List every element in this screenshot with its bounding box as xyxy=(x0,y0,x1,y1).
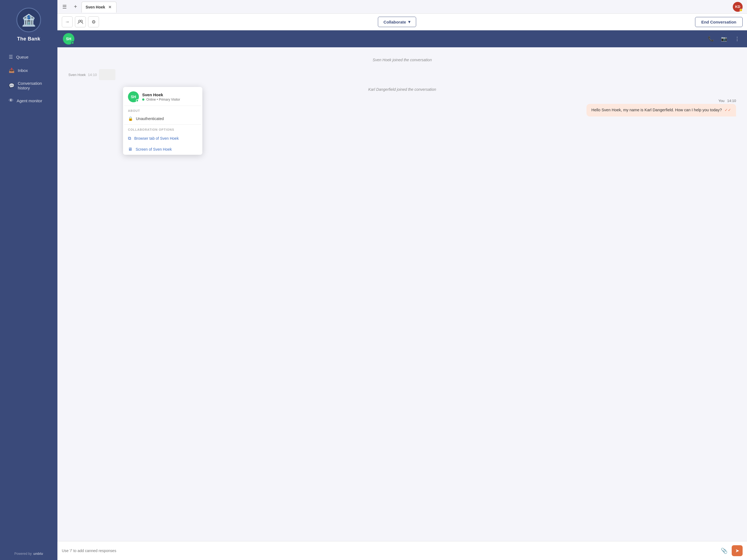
main-area: ☰ + Sven Hoek ✕ KD → ⚙ Collaborate xyxy=(57,0,747,560)
tab-label: Sven Hoek xyxy=(85,5,105,9)
powered-by-text: Powered by xyxy=(15,552,32,556)
sidebar-item-inbox[interactable]: 📥 Inbox xyxy=(2,64,55,77)
conversation-header: SH 📞 📷 ⋮ xyxy=(57,30,747,47)
sidebar-item-label-inbox: Inbox xyxy=(18,68,28,73)
about-auth-row: 🔒 Unauthenticated xyxy=(123,114,202,124)
browser-tab-icon: ⧉ xyxy=(128,136,131,141)
sidebar-nav: ☰ Queue 📥 Inbox 💬 Conversation history 👁… xyxy=(0,47,57,547)
toolbar-center: Collaborate ▾ xyxy=(101,17,693,27)
checkmark-icon: ✓✓ xyxy=(725,108,731,112)
bubble-sender: You xyxy=(719,99,725,103)
user-initials: KD xyxy=(735,5,741,9)
phone-button[interactable]: 📞 xyxy=(706,34,715,43)
hamburger-menu-button[interactable]: ☰ xyxy=(60,2,70,12)
chat-bubble-meta: You 14:10 xyxy=(719,99,736,103)
conversation-avatar-initials: SH xyxy=(66,36,71,41)
agent-monitor-icon: 👁 xyxy=(9,98,14,103)
sidebar-item-label-conv-history: Conversation history xyxy=(18,81,49,90)
bank-icon: 🏦 xyxy=(22,14,36,27)
inbox-icon: 📥 xyxy=(9,68,15,73)
collaborate-dropdown-icon: ▾ xyxy=(408,19,410,24)
conversation-avatar-online-badge xyxy=(71,41,74,44)
screen-icon: 🖥 xyxy=(128,147,132,152)
tab-sven-hoek[interactable]: Sven Hoek ✕ xyxy=(81,2,117,12)
bank-logo: 🏦 xyxy=(17,8,41,32)
participants-button[interactable] xyxy=(75,17,86,27)
message-input[interactable] xyxy=(62,549,716,553)
tab-bar-right: KD xyxy=(733,2,745,12)
toolbar-right: End Conversation xyxy=(695,17,743,27)
collab-screen-label: Screen of Sven Hoek xyxy=(136,147,172,152)
collaborate-label: Collaborate xyxy=(384,20,406,24)
conversation-header-actions: 📞 📷 ⋮ xyxy=(706,34,742,43)
about-section-title: ABOUT xyxy=(123,106,202,114)
bubble-time: 14:10 xyxy=(727,99,736,103)
new-tab-button[interactable]: + xyxy=(71,2,80,12)
chat-bubble: Hello Sven Hoek, my name is Karl Dangerf… xyxy=(587,104,736,117)
collab-screen-button[interactable]: 🖥 Screen of Sven Hoek xyxy=(123,144,202,155)
sidebar-footer: Powered by unblu xyxy=(10,547,48,560)
bubble-text: Hello Sven Hoek, my name is Karl Dangerf… xyxy=(591,108,722,112)
popup-visitor-avatar: SH xyxy=(128,91,139,102)
tab-bar: ☰ + Sven Hoek ✕ KD xyxy=(57,0,747,14)
auth-status: Unauthenticated xyxy=(136,117,164,121)
settings-button[interactable]: ⚙ xyxy=(88,17,99,27)
popup-online-badge xyxy=(136,99,138,102)
visitor-join-time: 14:10 xyxy=(88,73,97,77)
sidebar: 🏦 The Bank ☰ Queue 📥 Inbox 💬 Conversatio… xyxy=(0,0,57,560)
collab-browser-tab-button[interactable]: ⧉ Browser tab of Sven Hoek xyxy=(123,133,202,144)
participants-icon xyxy=(78,19,83,25)
transfer-button[interactable]: → xyxy=(62,17,73,27)
collab-section-title: COLLABORATION OPTIONS xyxy=(123,125,202,133)
toolbar: → ⚙ Collaborate ▾ End Conversation xyxy=(57,14,747,30)
sidebar-logo: 🏦 The Bank xyxy=(0,0,57,47)
queue-icon: ☰ xyxy=(9,54,13,60)
popup-visitor-status: Online • Primary Visitor xyxy=(142,98,180,101)
lock-icon: 🔒 xyxy=(128,116,133,121)
sidebar-item-label-agent-monitor: Agent monitor xyxy=(17,98,42,103)
send-button[interactable]: ➤ xyxy=(732,545,743,556)
visitor-join-label: Sven Hoek xyxy=(68,73,86,77)
video-button[interactable]: 📷 xyxy=(720,34,728,43)
popup-avatar-initials: SH xyxy=(131,95,136,99)
status-dot-icon xyxy=(142,98,145,101)
popup-visitor-name: Sven Hoek xyxy=(142,93,180,97)
user-avatar[interactable]: KD xyxy=(733,2,743,12)
svg-point-0 xyxy=(79,20,81,22)
popup-visitor-info: Sven Hoek Online • Primary Visitor xyxy=(142,93,180,101)
system-message-1: Sven Hoek joined the conversation xyxy=(68,58,736,62)
collaborate-button[interactable]: Collaborate ▾ xyxy=(378,17,416,27)
popup-status-text: Online • Primary Visitor xyxy=(146,98,180,101)
end-conversation-button[interactable]: End Conversation xyxy=(695,17,743,27)
sidebar-item-label-queue: Queue xyxy=(16,55,28,59)
attachment-button[interactable]: 📎 xyxy=(719,546,729,556)
end-conversation-label: End Conversation xyxy=(701,20,736,24)
conversation-history-icon: 💬 xyxy=(9,83,15,88)
conversation-avatar: SH xyxy=(63,33,74,45)
sidebar-item-queue[interactable]: ☰ Queue xyxy=(2,51,55,63)
sidebar-item-agent-monitor[interactable]: 👁 Agent monitor xyxy=(2,94,55,107)
user-status-badge xyxy=(740,9,742,11)
svg-point-1 xyxy=(81,20,83,22)
visitor-join-preview xyxy=(99,69,115,80)
sidebar-item-conversation-history[interactable]: 💬 Conversation history xyxy=(2,77,55,94)
input-area: 📎 ➤ xyxy=(57,541,747,560)
sidebar-brand: The Bank xyxy=(17,36,40,42)
collab-browser-tab-label: Browser tab of Sven Hoek xyxy=(134,136,179,141)
more-options-button[interactable]: ⋮ xyxy=(733,34,742,43)
collaborate-dropdown-popup: SH Sven Hoek Online • Primary Visitor AB… xyxy=(123,87,202,155)
unblu-brand: unblu xyxy=(33,552,43,556)
popup-header: SH Sven Hoek Online • Primary Visitor xyxy=(123,87,202,105)
tab-close-button[interactable]: ✕ xyxy=(107,5,112,9)
